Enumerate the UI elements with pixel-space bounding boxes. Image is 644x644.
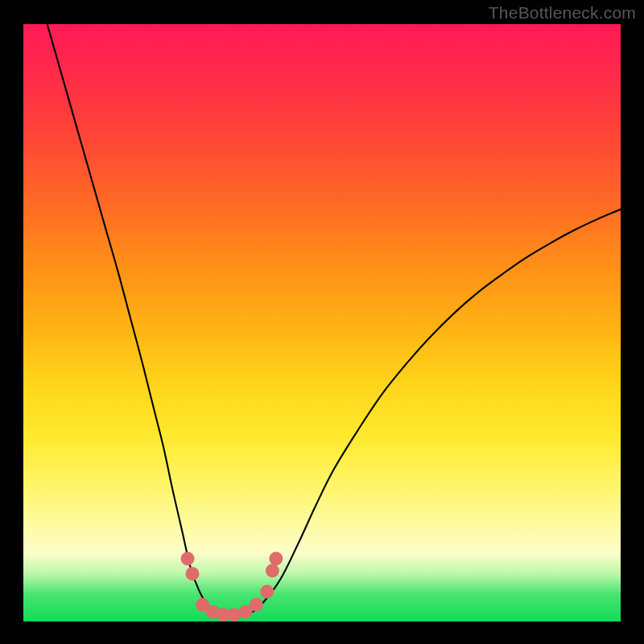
highlight-marker	[269, 552, 283, 566]
highlight-marker	[266, 564, 279, 577]
highlight-marker	[185, 567, 199, 580]
chart-svg	[23, 24, 621, 621]
bottleneck-curve	[47, 24, 621, 616]
watermark-text: TheBottleneck.com	[489, 3, 636, 23]
highlight-marker	[250, 598, 263, 612]
highlight-marker	[260, 584, 274, 598]
highlight-markers	[181, 552, 283, 622]
chart-frame: TheBottleneck.com	[0, 0, 644, 644]
highlight-marker	[181, 552, 195, 566]
